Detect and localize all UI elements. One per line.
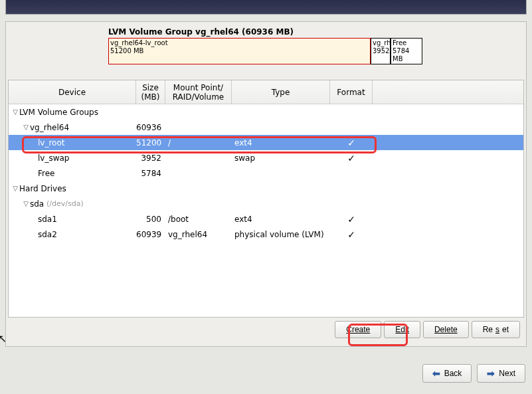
- label: vg_rhel64: [30, 123, 69, 132]
- checkmark-icon: ✓: [330, 153, 373, 163]
- row-lv-swap[interactable]: lv_swap 3952 swap ✓: [9, 150, 523, 165]
- checkmark-icon: ✓: [330, 229, 373, 240]
- type: ext4: [232, 215, 330, 224]
- reset-button[interactable]: Reset: [472, 321, 520, 338]
- devpath: (/dev/sda): [46, 199, 84, 208]
- label: LVM Volume Groups: [19, 108, 98, 117]
- label: Create: [346, 325, 370, 334]
- row-free[interactable]: Free 5784: [9, 165, 523, 181]
- header-size[interactable]: Size (MB): [136, 80, 165, 104]
- header-type[interactable]: Type: [232, 80, 330, 104]
- label: sda1: [38, 215, 57, 224]
- vg-bar: vg_rhel64-lv_root 51200 MB vg_rh 3952 Fr…: [108, 38, 523, 64]
- next-button[interactable]: ➡Next: [477, 364, 525, 383]
- partition-tree: Device Size (MB) Mount Point/ RAID/Volum…: [8, 80, 524, 318]
- vg-bar-lvroot-name: vg_rhel64-lv_root: [110, 39, 369, 47]
- edit-button[interactable]: Edit: [384, 321, 420, 338]
- label: Hard Drives: [19, 184, 66, 193]
- delete-button[interactable]: Delete: [423, 321, 469, 338]
- row-sda2[interactable]: sda2 60939 vg_rhel64 physical volume (LV…: [9, 227, 523, 242]
- checkmark-icon: ✓: [330, 214, 373, 225]
- header-device[interactable]: Device: [9, 80, 136, 104]
- size: 5784: [136, 169, 165, 178]
- label: lv_root: [38, 138, 65, 148]
- size: 500: [136, 215, 165, 224]
- label: Next: [499, 369, 515, 378]
- label: Edit: [395, 325, 409, 334]
- checkmark-icon: ✓: [330, 138, 373, 148]
- row-lvm-groups[interactable]: ▽LVM Volume Groups: [9, 104, 523, 120]
- row-hard-drives[interactable]: ▽Hard Drives: [9, 181, 523, 196]
- arrow-right-icon: ➡: [487, 368, 495, 379]
- row-lv-root[interactable]: lv_root 51200 / ext4 ✓: [9, 135, 523, 150]
- label: s: [495, 325, 499, 334]
- mount: /boot: [165, 215, 232, 224]
- installer-banner: [5, 0, 527, 15]
- row-vg[interactable]: ▽vg_rhel64 60936: [9, 120, 523, 135]
- vg-bar-lvswap-name: vg_rh: [373, 39, 389, 47]
- arrow-left-icon: ⬅: [432, 368, 440, 379]
- size: 60939: [136, 230, 165, 239]
- row-sda[interactable]: ▽sda (/dev/sda): [9, 196, 523, 211]
- size: 3952: [136, 153, 165, 163]
- create-button[interactable]: Create: [335, 321, 381, 338]
- type: ext4: [232, 138, 330, 148]
- vg-bar-free-size: 5784 MB: [393, 47, 420, 63]
- mount: /: [165, 138, 232, 148]
- nav-buttons: ⬅Back ➡Next: [0, 364, 532, 383]
- expand-icon[interactable]: ▽: [11, 185, 19, 192]
- label: Back: [444, 369, 462, 378]
- action-buttons: Create Edit Delete Reset: [8, 321, 524, 338]
- label: Delete: [434, 325, 458, 334]
- label: sda2: [38, 230, 57, 239]
- type: swap: [232, 153, 330, 163]
- label: lv_swap: [38, 153, 69, 163]
- vg-bar-lvswap-size: 3952: [373, 47, 389, 55]
- back-button[interactable]: ⬅Back: [422, 364, 472, 383]
- size: 51200: [136, 138, 165, 148]
- expand-icon[interactable]: ▽: [11, 108, 19, 116]
- vg-bar-free[interactable]: Free 5784 MB: [391, 38, 422, 64]
- header-format[interactable]: Format: [330, 80, 373, 104]
- size: 60936: [136, 123, 165, 132]
- type: physical volume (LVM): [232, 230, 330, 239]
- vg-title: LVM Volume Group vg_rhel64 (60936 MB): [108, 27, 523, 37]
- expand-icon[interactable]: ▽: [22, 200, 30, 207]
- tree-body: ▽LVM Volume Groups ▽vg_rhel64 60936 lv_r…: [9, 104, 523, 242]
- header-mount[interactable]: Mount Point/ RAID/Volume: [165, 80, 232, 104]
- expand-icon[interactable]: ▽: [22, 124, 30, 131]
- vg-summary: LVM Volume Group vg_rhel64 (60936 MB) vg…: [108, 27, 523, 64]
- vg-bar-lvswap[interactable]: vg_rh 3952: [371, 38, 391, 64]
- vg-bar-free-name: Free: [393, 39, 420, 47]
- label: Free: [38, 169, 54, 178]
- vg-bar-lvroot-size: 51200 MB: [110, 47, 369, 55]
- row-sda1[interactable]: sda1 500 /boot ext4 ✓: [9, 211, 523, 227]
- vg-bar-lvroot[interactable]: vg_rhel64-lv_root 51200 MB: [108, 38, 371, 64]
- tree-header: Device Size (MB) Mount Point/ RAID/Volum…: [9, 80, 523, 104]
- mount: vg_rhel64: [165, 230, 232, 239]
- label: sda: [30, 199, 44, 209]
